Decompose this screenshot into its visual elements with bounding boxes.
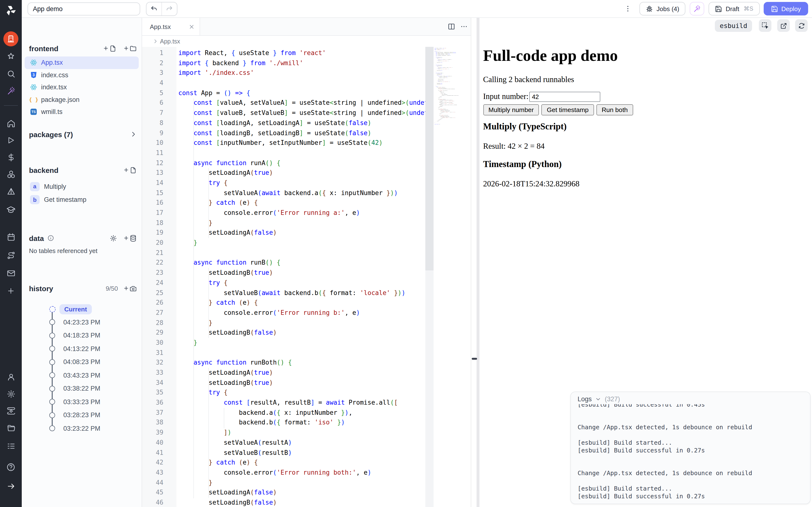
code-line[interactable]: 19 setLoadingA(false) (142, 228, 425, 238)
code-line[interactable]: 34 setLoadingB(true) (142, 378, 425, 388)
get-timestamp-button[interactable]: Get timestamp (542, 104, 594, 115)
history-current-item[interactable]: Current (22, 304, 142, 314)
code-line[interactable]: 7 const [valueB, setValueB] = useState<s… (142, 108, 425, 118)
windmill-logo-icon[interactable] (0, 3, 22, 17)
code-line[interactable]: 43 console.error('Error running both:', … (142, 468, 425, 478)
code-line[interactable]: 10 const [inputNumber, setInputNumber] =… (142, 138, 425, 148)
history-snapshot-item[interactable]: 03:43:23 PM (22, 369, 142, 382)
code-line[interactable]: 13 setLoadingA(true) (142, 168, 425, 178)
runnable-item-get-timestamp[interactable]: bGet timestamp (24, 193, 139, 206)
runs-rail-item[interactable] (0, 133, 22, 147)
search-rail-item[interactable] (0, 67, 22, 81)
more-menu-button[interactable] (624, 5, 632, 12)
code-line[interactable]: 29 setLoadingB(false) (142, 328, 425, 338)
folders-rail-item[interactable] (0, 421, 22, 436)
close-icon[interactable] (189, 23, 195, 30)
refresh-preview-button[interactable] (795, 19, 808, 32)
schedules-rail-item[interactable] (0, 230, 22, 244)
undo-button[interactable] (146, 2, 161, 15)
code-line[interactable]: 8 const [loadingA, setLoadingA] = useSta… (142, 118, 425, 128)
runnable-item-multiply[interactable]: aMultiply (24, 180, 139, 193)
variables-rail-item[interactable] (0, 150, 22, 165)
logs-header[interactable]: Logs (327) (571, 392, 810, 404)
add-snapshot-button[interactable] (123, 285, 137, 292)
history-snapshot-item[interactable]: 03:23:22 PM (22, 422, 142, 435)
draft-button[interactable]: Draft ⌘S (709, 2, 760, 15)
code-line[interactable]: 42 } catch (e) { (142, 458, 425, 468)
code-line[interactable]: 6 const [valueA, setValueA] = useState<s… (142, 98, 425, 108)
code-line[interactable]: 33 setLoadingA(true) (142, 368, 425, 378)
learn-rail-item[interactable] (0, 202, 22, 217)
code-line[interactable]: 20 } (142, 238, 425, 248)
history-snapshot-item[interactable]: 03:33:23 PM (22, 395, 142, 408)
favorites-rail-item[interactable] (0, 49, 22, 64)
collapse-rail-item[interactable] (0, 479, 22, 494)
code-line[interactable]: 25 setValueB(await backend.b({ format: '… (142, 288, 425, 298)
code-line[interactable]: 17 console.error('Error running a:', e) (142, 208, 425, 218)
help-rail-item[interactable] (0, 460, 22, 474)
workers-rail-item[interactable] (0, 404, 22, 418)
history-snapshot-item[interactable]: 03:28:23 PM (22, 408, 142, 422)
add-folder-button[interactable] (123, 45, 137, 52)
split-editor-icon[interactable] (447, 23, 455, 31)
file-item-index-tsx[interactable]: index.tsx (24, 81, 139, 94)
jobs-button[interactable]: Jobs (4) (640, 2, 686, 15)
file-item-package-json[interactable]: { }package.json (24, 94, 139, 106)
data-settings-button[interactable] (110, 234, 117, 242)
apps-rail-item[interactable] (3, 32, 18, 46)
resources-rail-item[interactable] (0, 167, 22, 181)
ai-assist-button[interactable] (690, 2, 704, 15)
code-line[interactable]: 9 const [loadingB, setLoadingB] = useSta… (142, 128, 425, 138)
multiply-number-button[interactable]: Multiply number (483, 104, 539, 115)
code-line[interactable]: 44 } (142, 478, 425, 488)
code-line[interactable]: 26 } catch (e) { (142, 298, 425, 308)
history-snapshot-item[interactable]: 03:38:22 PM (22, 382, 142, 395)
code-line[interactable]: 22 async function runB() { (142, 258, 425, 268)
code-line[interactable]: 3import './index.css' (142, 68, 425, 78)
open-in-new-tab-button[interactable] (777, 19, 790, 32)
code-line[interactable]: 45 setLoadingA(false) (142, 488, 425, 498)
history-snapshot-item[interactable]: 04:23:23 PM (22, 316, 142, 329)
audit-logs-rail-item[interactable] (0, 439, 22, 453)
ai-rail-item[interactable] (0, 83, 22, 98)
code-line[interactable]: 14 try { (142, 178, 425, 188)
code-line[interactable]: 41 setValueB(resultB) (142, 448, 425, 458)
select-element-button[interactable] (759, 19, 771, 32)
file-item-wmill-ts[interactable]: TSwmill.ts (24, 106, 139, 118)
minimap[interactable]: import React, { useState } from 'react'i… (433, 47, 470, 507)
flows-rail-item[interactable] (0, 248, 22, 263)
code-line[interactable]: 21 (142, 248, 425, 258)
code-line[interactable]: 40 setValueA(resultA) (142, 438, 425, 448)
home-rail-item[interactable] (0, 116, 22, 131)
code-line[interactable]: 4 (142, 78, 425, 88)
code-line[interactable]: 32 async function runBoth() { (142, 358, 425, 368)
code-line[interactable]: 2import { backend } from './wmill' (142, 58, 425, 68)
code-line[interactable]: 31 (142, 348, 425, 358)
code-line[interactable]: 1import React, { useState } from 'react' (142, 48, 425, 58)
code-line[interactable]: 30 } (142, 338, 425, 348)
editor-more-icon[interactable] (460, 23, 468, 31)
add-file-button[interactable] (103, 45, 116, 52)
code-line[interactable]: 18 } (142, 218, 425, 228)
bundler-badge[interactable]: esbuild (715, 19, 752, 32)
breadcrumb[interactable]: App.tsx (142, 36, 470, 47)
settings-rail-item[interactable] (0, 387, 22, 401)
code-line[interactable]: 28 } (142, 318, 425, 328)
code-line[interactable]: 38 backend.b({ format: 'iso' }) (142, 418, 425, 428)
code-line[interactable]: 37 backend.a({ x: inputNumber }), (142, 408, 425, 418)
code-line[interactable]: 36 const [resultA, resultB] = await Prom… (142, 398, 425, 408)
history-snapshot-item[interactable]: 04:13:22 PM (22, 342, 142, 355)
input-number-field[interactable] (529, 92, 601, 102)
add-table-button[interactable] (123, 234, 137, 242)
deploy-button[interactable]: Deploy (763, 2, 808, 15)
pane-splitter[interactable] (470, 18, 479, 507)
triggers-rail-item[interactable] (0, 184, 22, 199)
code-line[interactable]: 24 try { (142, 278, 425, 288)
add-runnable-button[interactable] (123, 166, 137, 174)
code-line[interactable]: 23 setLoadingB(true) (142, 268, 425, 278)
app-name-input[interactable] (28, 2, 140, 15)
code-line[interactable]: 39 ]) (142, 428, 425, 438)
run-both-button[interactable]: Run both (597, 104, 633, 115)
editor-scrollbar[interactable] (425, 47, 433, 507)
user-rail-item[interactable] (0, 370, 22, 384)
